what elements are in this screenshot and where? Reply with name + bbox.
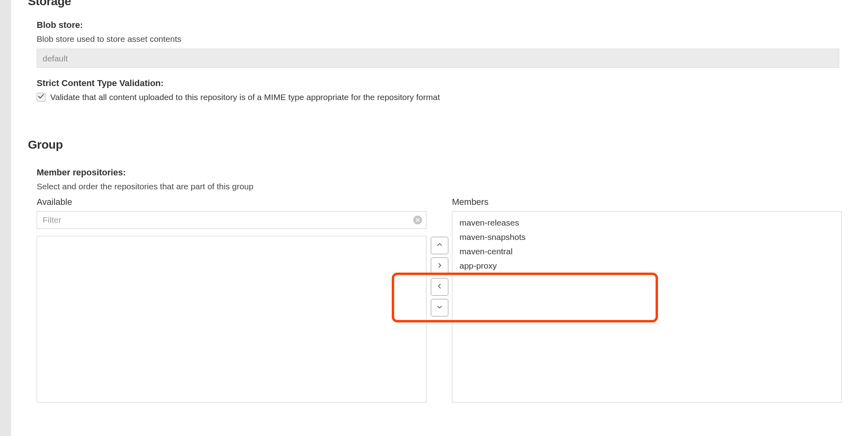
strict-validation-text: Validate that all content uploaded to th… — [50, 92, 440, 102]
available-listbox[interactable] — [37, 236, 426, 403]
chevron-right-icon — [437, 263, 442, 270]
members-listbox[interactable]: maven-releasesmaven-snapshotsmaven-centr… — [452, 211, 842, 403]
add-to-members-button[interactable] — [431, 257, 448, 275]
clear-filter-button[interactable] — [413, 216, 422, 224]
list-item[interactable]: app-proxy — [452, 259, 841, 273]
list-item[interactable]: maven-releases — [452, 216, 841, 230]
member-repos-help: Select and order the repositories that a… — [37, 182, 852, 191]
group-section-title: Group — [28, 138, 852, 151]
list-item[interactable]: maven-snapshots — [452, 230, 841, 244]
members-label: Members — [452, 197, 842, 207]
blob-store-label: Blob store: — [37, 20, 852, 30]
blob-store-select[interactable]: default — [37, 49, 839, 68]
close-icon — [416, 216, 420, 224]
list-item[interactable]: maven-central — [452, 244, 841, 259]
filter-input[interactable] — [37, 212, 426, 228]
check-icon — [38, 93, 44, 101]
available-label: Available — [37, 197, 427, 207]
filter-wrap — [37, 211, 426, 229]
blob-store-help: Blob store used to store asset contents — [37, 34, 852, 44]
left-rail — [0, 0, 11, 436]
strict-validation-checkbox[interactable] — [37, 93, 45, 102]
strict-validation-label: Strict Content Type Validation: — [37, 78, 852, 88]
member-repos-label: Member repositories: — [37, 167, 852, 178]
move-down-button[interactable] — [431, 299, 448, 316]
chevron-down-icon — [437, 304, 442, 311]
chevron-left-icon — [437, 283, 442, 291]
storage-section-title: Storage — [28, 0, 852, 8]
chevron-up-icon — [437, 242, 442, 249]
remove-from-members-button[interactable] — [431, 278, 448, 296]
move-up-button[interactable] — [431, 237, 448, 254]
